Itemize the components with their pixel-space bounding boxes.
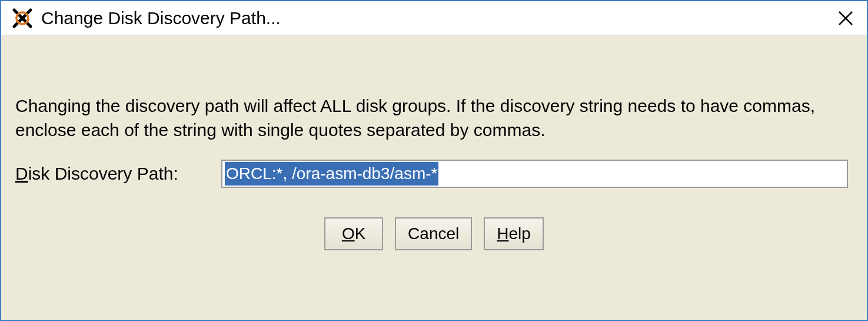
button-row: OK Cancel Help <box>15 217 853 250</box>
ok-button[interactable]: OK <box>324 217 383 250</box>
disk-path-label: Disk Discovery Path: <box>15 164 221 184</box>
description-text: Changing the discovery path will affect … <box>15 94 853 142</box>
close-button[interactable] <box>832 4 860 32</box>
help-button[interactable]: Help <box>484 217 544 250</box>
disk-path-field-wrapper: ORCL:*, /ora-asm-db3/asm-* <box>221 160 848 188</box>
window-title: Change Disk Discovery Path... <box>41 8 832 28</box>
content-area: Changing the discovery path will affect … <box>1 35 867 320</box>
close-icon <box>838 11 853 26</box>
cancel-button[interactable]: Cancel <box>395 217 472 250</box>
input-row: Disk Discovery Path: ORCL:*, /ora-asm-db… <box>15 160 853 188</box>
titlebar: Change Disk Discovery Path... <box>1 1 867 35</box>
disk-path-input[interactable]: ORCL:*, /ora-asm-db3/asm-* <box>221 160 848 188</box>
dialog-window: Change Disk Discovery Path... Changing t… <box>0 0 868 321</box>
app-icon <box>12 8 33 29</box>
disk-path-value-selected: ORCL:*, /ora-asm-db3/asm-* <box>225 162 438 186</box>
